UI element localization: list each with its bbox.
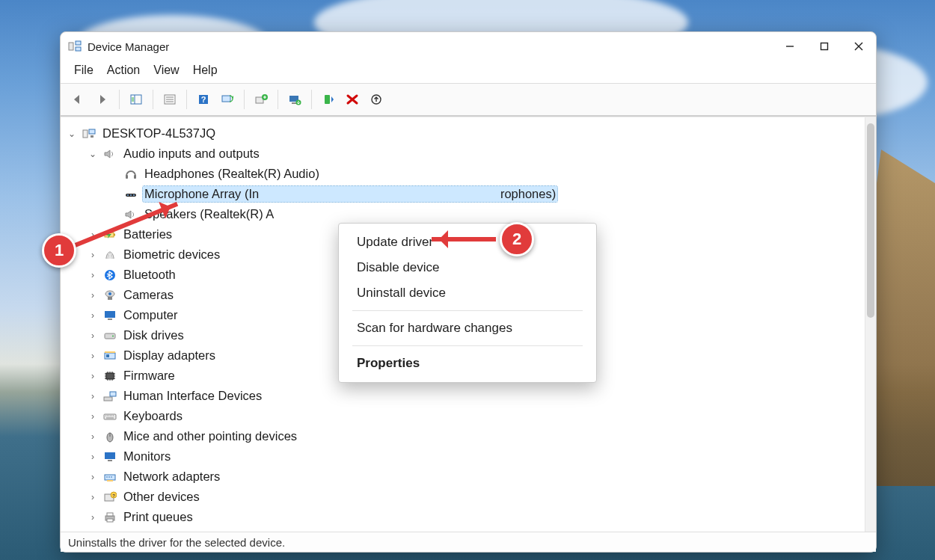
chevron-right-icon[interactable]: ›	[88, 452, 98, 462]
monitor-icon	[102, 450, 117, 464]
tree-category-mice[interactable]: › Mice and other pointing devices	[65, 426, 862, 446]
tree-category-hid[interactable]: › Human Interface Devices	[65, 386, 862, 406]
svg-point-29	[127, 194, 129, 196]
chevron-down-icon[interactable]: ⌄	[67, 129, 77, 139]
nav-forward-button[interactable]	[92, 90, 113, 109]
tree-category-label: Monitors	[122, 449, 172, 464]
chevron-right-icon[interactable]: ›	[88, 431, 98, 442]
tree-root[interactable]: ⌄ DESKTOP-4L537JQ	[65, 123, 862, 144]
svg-rect-24	[89, 129, 95, 134]
svg-rect-27	[134, 175, 136, 179]
enable-device-button[interactable]	[318, 90, 339, 109]
menu-file[interactable]: File	[74, 64, 94, 77]
menu-help[interactable]: Help	[193, 64, 218, 77]
tree-device-headphones[interactable]: Headphones (Realtek(R) Audio)	[65, 164, 862, 184]
menu-action[interactable]: Action	[107, 64, 140, 77]
tree-category-label: Human Interface Devices	[122, 388, 263, 404]
tree-device-speakers[interactable]: Speakers (Realtek(R) A	[65, 204, 862, 224]
tree-category-monitors[interactable]: › Monitors	[65, 446, 862, 467]
tree-device-microphone-array[interactable]: Microphone Array (Intel® Smart Sound Tec…	[65, 184, 862, 204]
desktop-background: Device Manager File Action View Help	[0, 0, 935, 560]
add-legacy-hardware-button[interactable]	[251, 90, 272, 109]
update-driver-toolbar-button[interactable]	[284, 90, 305, 109]
minimize-button[interactable]	[773, 32, 807, 61]
toolbar-separator	[119, 90, 120, 109]
app-icon	[68, 40, 82, 53]
tree-category-keyboards[interactable]: › Keyboards	[65, 406, 862, 426]
ctx-properties[interactable]: Properties	[339, 351, 596, 376]
toolbar-separator	[278, 90, 278, 109]
chevron-right-icon[interactable]: ›	[88, 492, 98, 502]
show-hide-tree-button[interactable]	[126, 90, 147, 109]
properties-button[interactable]	[159, 90, 180, 109]
chevron-right-icon[interactable]: ›	[88, 270, 98, 280]
disk-icon	[102, 329, 117, 342]
svg-rect-47	[110, 392, 116, 396]
annotation-badge-2: 2	[500, 222, 534, 256]
nav-back-button[interactable]	[68, 90, 89, 109]
window-title: Device Manager	[88, 40, 169, 53]
svg-rect-51	[105, 452, 115, 459]
tree-category-label: Cameras	[122, 287, 175, 303]
menu-view[interactable]: View	[153, 64, 179, 77]
vertical-scrollbar[interactable]	[865, 117, 876, 532]
help-button[interactable]: ?	[193, 90, 214, 109]
chevron-down-icon[interactable]: ⌄	[88, 149, 98, 159]
chevron-right-icon[interactable]: ›	[88, 290, 98, 301]
computer-icon	[82, 127, 96, 141]
annotation-arrow-2	[432, 237, 496, 241]
tree-category-other[interactable]: › ? Other devices	[65, 487, 862, 507]
window-controls	[773, 32, 876, 61]
svg-point-36	[108, 292, 111, 295]
titlebar[interactable]: Device Manager	[61, 32, 876, 61]
statusbar: Uninstalls the driver for the selected d…	[61, 532, 876, 552]
monitor-icon	[102, 309, 117, 322]
svg-rect-54	[107, 480, 113, 481]
svg-rect-43	[105, 351, 115, 353]
chevron-right-icon[interactable]: ›	[88, 411, 98, 422]
chevron-right-icon[interactable]: ›	[88, 391, 98, 401]
tree-category-audio[interactable]: ⌄ Audio inputs and outputs	[65, 144, 862, 164]
annotation-badge-1: 1	[42, 233, 76, 268]
bluetooth-icon	[102, 268, 117, 282]
toolbar-separator	[244, 90, 245, 109]
chevron-right-icon[interactable]: ›	[88, 512, 98, 523]
speaker-icon	[102, 147, 117, 161]
chevron-right-icon[interactable]: ›	[88, 351, 98, 361]
ctx-separator	[352, 310, 583, 311]
svg-rect-25	[91, 135, 94, 138]
ctx-update-driver[interactable]: Update driver	[339, 230, 596, 255]
chevron-right-icon[interactable]: ›	[88, 310, 98, 321]
chevron-right-icon[interactable]: ›	[88, 371, 98, 381]
ctx-disable-device[interactable]: Disable device	[339, 255, 596, 280]
svg-rect-37	[108, 297, 112, 300]
svg-rect-38	[105, 311, 115, 318]
ctx-scan-hardware[interactable]: Scan for hardware changes	[339, 316, 596, 341]
chevron-right-icon[interactable]: ›	[88, 250, 98, 260]
tree-device-label: Microphone Array (Intel® Smart Sound Tec…	[143, 186, 557, 202]
close-button[interactable]	[842, 32, 876, 61]
tree-category-label: Keyboards	[122, 408, 184, 424]
chevron-right-icon[interactable]: ›	[88, 472, 98, 482]
tree-root-label: DESKTOP-4L537JQ	[101, 126, 217, 141]
chevron-right-icon[interactable]: ›	[88, 330, 98, 341]
scrollbar-thumb[interactable]	[867, 123, 874, 318]
svg-rect-52	[108, 460, 112, 461]
unknown-device-icon: ?	[102, 490, 117, 504]
tree-category-network[interactable]: › Network adapters	[65, 467, 862, 487]
mouse-icon	[102, 430, 117, 443]
ctx-uninstall-device[interactable]: Uninstall device	[339, 280, 596, 306]
uninstall-device-button[interactable]	[342, 90, 363, 109]
toolbar-separator	[153, 90, 153, 109]
svg-rect-0	[69, 43, 73, 50]
svg-rect-48	[104, 414, 116, 419]
scan-changes-circular-button[interactable]	[366, 90, 387, 109]
svg-point-41	[112, 335, 114, 336]
network-icon	[102, 470, 117, 484]
svg-rect-60	[107, 519, 113, 522]
maximize-button[interactable]	[807, 32, 842, 61]
scan-hardware-button[interactable]	[217, 90, 238, 109]
tree-category-label: Batteries	[122, 227, 174, 242]
headphones-icon	[123, 167, 138, 181]
tree-category-print-queues[interactable]: › Print queues	[65, 507, 862, 527]
